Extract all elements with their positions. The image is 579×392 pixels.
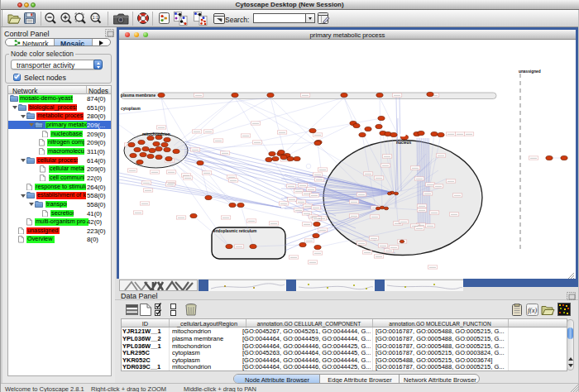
svg-text:unassigned: unassigned <box>519 69 541 74</box>
svg-text:1:1: 1:1 <box>93 15 99 20</box>
svg-text:f(x): f(x) <box>528 307 537 314</box>
svg-text:endoplasmic reticulum: endoplasmic reticulum <box>213 229 256 233</box>
svg-text:cytoplasm: cytoplasm <box>121 107 141 111</box>
svg-text:Search:: Search: <box>225 16 249 24</box>
svg-text:mitochondrion: mitochondrion <box>142 132 170 136</box>
svg-text:nucleus: nucleus <box>396 141 411 145</box>
svg-text:plasma membrane: plasma membrane <box>121 93 156 98</box>
